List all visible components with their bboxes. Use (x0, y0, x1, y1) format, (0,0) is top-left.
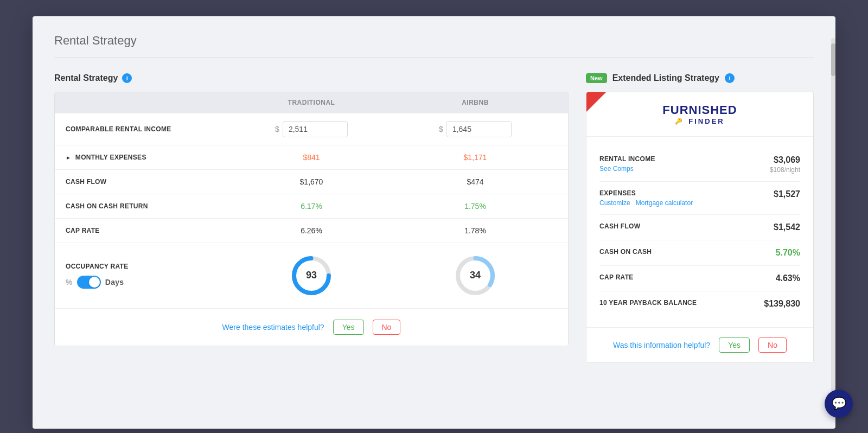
rental-income-value: $3,069 (770, 155, 800, 165)
airbnb-income-cell: $ (393, 121, 557, 137)
monthly-expenses-label[interactable]: ► MONTHLY EXPENSES (66, 154, 229, 161)
comparable-rental-income-label: COMPARABLE RENTAL INCOME (66, 125, 229, 133)
right-helpful-row: Was this information helpful? Yes No (586, 327, 813, 362)
chat-button[interactable]: 💬 (825, 390, 853, 418)
monthly-expenses-text: MONTHLY EXPENSES (75, 154, 146, 161)
metric-row-expenses: EXPENSES Customize Mortgage calculator $… (599, 182, 800, 215)
cashflow-label: CASH FLOW (599, 222, 640, 230)
airbnb-dollar-sign: $ (439, 125, 443, 133)
payback-value: $139,830 (764, 299, 800, 309)
metric-right-expenses: $1,527 (774, 189, 800, 199)
airbnb-coc-value: 1.75% (393, 202, 557, 211)
right-no-button[interactable]: No (758, 338, 787, 353)
ff-logo-bottom-row: 🔑 FINDER (675, 117, 724, 125)
ff-logo-bottom-text: FINDER (688, 117, 724, 125)
airbnb-income-input[interactable] (446, 121, 512, 137)
cap-rate-row: CAP RATE 6.26% 1.78% (55, 218, 568, 243)
airbnb-expenses-value: $1,171 (393, 153, 557, 162)
rental-income-sub-value: $108/night (770, 166, 800, 174)
metric-left-coc: CASH ON CASH (599, 248, 652, 256)
traditional-expenses-value: $841 (229, 153, 393, 162)
metric-left-caprate: CAP RATE (599, 273, 634, 281)
ff-logo-top-row: FURNISHED (662, 103, 737, 117)
cashflow-value: $1,542 (774, 222, 800, 232)
svg-text:34: 34 (470, 270, 481, 281)
airbnb-caprate-value: 1.78% (393, 226, 557, 235)
caprate-value: 4.63% (776, 273, 800, 283)
metric-row-rental-income: RENTAL INCOME See Comps $3,069 $108/nigh… (599, 148, 800, 182)
see-comps-link[interactable]: See Comps (599, 165, 634, 173)
left-panel: Rental Strategy i TRADITIONAL AIRBNB COM… (54, 73, 569, 363)
red-corner-decoration (586, 92, 606, 112)
traditional-coc-value: 6.17% (229, 202, 393, 211)
occupancy-toggle[interactable] (77, 276, 101, 289)
occupancy-label-text: OCCUPANCY RATE (66, 263, 229, 270)
content-row: Rental Strategy i TRADITIONAL AIRBNB COM… (54, 73, 814, 363)
caprate-label: CAP RATE (599, 273, 634, 281)
coc-value: 5.70% (776, 248, 800, 258)
left-no-button[interactable]: No (373, 320, 401, 335)
col-header-airbnb: AIRBNB (393, 99, 557, 106)
airbnb-cashflow-value: $474 (393, 177, 557, 186)
metric-right-payback: $139,830 (764, 299, 800, 309)
furnished-finder-logo: FURNISHED 🔑 FINDER (662, 103, 737, 125)
cash-on-cash-label: CASH ON CASH RETURN (66, 202, 229, 210)
rental-income-label: RENTAL INCOME (599, 155, 655, 163)
traditional-occupancy-donut: 93 (229, 254, 393, 297)
traditional-dollar-sign: $ (275, 125, 279, 133)
comparable-rental-income-row: COMPARABLE RENTAL INCOME $ $ (55, 113, 568, 145)
svg-text:93: 93 (306, 270, 317, 281)
traditional-income-input[interactable] (283, 121, 348, 137)
left-yes-button[interactable]: Yes (333, 320, 364, 335)
ff-logo-top-text: FURNISHED (662, 103, 737, 117)
occupancy-controls: % Days (66, 276, 229, 289)
left-section-title-row: Rental Strategy i (54, 73, 569, 83)
col-header-traditional: TRADITIONAL (229, 99, 393, 106)
chat-icon: 💬 (832, 397, 846, 411)
metric-right-caprate: 4.63% (776, 273, 800, 283)
metric-row-caprate: CAP RATE 4.63% (599, 266, 800, 291)
strategy-table: TRADITIONAL AIRBNB COMPARABLE RENTAL INC… (54, 92, 569, 346)
pct-label: % (66, 278, 73, 286)
metric-row-coc: CASH ON CASH 5.70% (599, 240, 800, 266)
metric-left-rental-income: RENTAL INCOME See Comps (599, 155, 655, 173)
occupancy-label: OCCUPANCY RATE % Days (66, 263, 229, 289)
customize-link[interactable]: Customize (599, 199, 630, 207)
metric-right-rental-income: $3,069 $108/night (770, 155, 800, 174)
airbnb-occupancy-donut: 34 (393, 254, 557, 297)
right-card: FURNISHED 🔑 FINDER (586, 92, 814, 363)
scrollbar-track[interactable] (831, 38, 835, 407)
traditional-donut-svg: 93 (290, 254, 333, 297)
mortgage-calculator-link[interactable]: Mortgage calculator (636, 199, 693, 207)
monthly-expenses-row: ► MONTHLY EXPENSES $841 $1,171 (55, 145, 568, 169)
new-badge: New (586, 73, 607, 83)
airbnb-donut-svg: 34 (454, 254, 497, 297)
expenses-sub: Customize Mortgage calculator (599, 199, 693, 207)
right-panel: New Extended Listing Strategy i FURNISHE… (586, 73, 814, 363)
scrollbar-thumb[interactable] (831, 43, 835, 76)
right-yes-button[interactable]: Yes (719, 338, 750, 353)
coc-label: CASH ON CASH (599, 248, 652, 256)
modal-title: Rental Strategy (54, 34, 814, 48)
metric-right-cashflow: $1,542 (774, 222, 800, 232)
left-helpful-text: Were these estimates helpful? (222, 323, 324, 332)
left-info-icon[interactable]: i (122, 73, 132, 83)
col-header-empty (66, 99, 229, 106)
right-info-icon[interactable]: i (725, 73, 735, 83)
expenses-label: EXPENSES (599, 189, 693, 197)
expenses-value: $1,527 (774, 189, 800, 199)
cash-on-cash-row: CASH ON CASH RETURN 6.17% 1.75% (55, 194, 568, 218)
modal: Rental Strategy Rental Strategy i TRADIT… (33, 16, 835, 429)
traditional-income-cell: $ (229, 121, 393, 137)
ff-logo-area: FURNISHED 🔑 FINDER (586, 92, 813, 137)
right-helpful-text: Was this information helpful? (613, 341, 710, 349)
days-label: Days (105, 278, 124, 286)
metric-right-coc: 5.70% (776, 248, 800, 258)
modal-divider (54, 58, 814, 58)
traditional-cashflow-value: $1,670 (229, 177, 393, 186)
traditional-caprate-value: 6.26% (229, 226, 393, 235)
table-header: TRADITIONAL AIRBNB (55, 92, 568, 113)
toggle-thumb (89, 277, 100, 288)
cash-flow-row: CASH FLOW $1,670 $474 (55, 169, 568, 194)
right-metrics: RENTAL INCOME See Comps $3,069 $108/nigh… (586, 137, 813, 327)
